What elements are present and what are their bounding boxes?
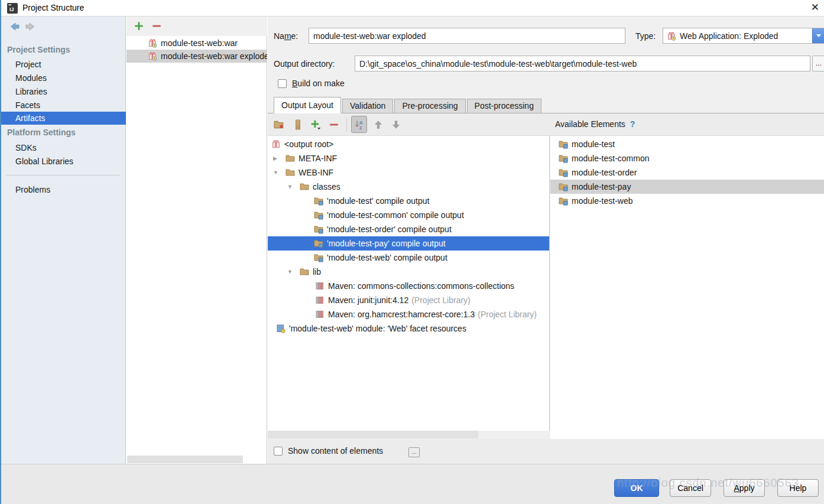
tab-post-processing[interactable]: Post-processing xyxy=(467,99,541,113)
sidebar-item-artifacts[interactable]: Artifacts xyxy=(1,112,126,125)
expanded-icon[interactable]: ▼ xyxy=(286,269,300,275)
sidebar-header-project-settings: Project Settings xyxy=(7,45,70,54)
sidebar-item-problems[interactable]: Problems xyxy=(1,183,126,196)
toolbar-separator xyxy=(346,118,347,132)
folder-icon xyxy=(286,154,295,163)
tree-row-web-inf[interactable]: ▼ WEB-INF xyxy=(268,165,549,180)
library-icon xyxy=(315,310,325,319)
sidebar-item-modules[interactable]: Modules xyxy=(1,71,126,84)
expanded-icon[interactable]: ▼ xyxy=(286,184,300,190)
sidebar-header-platform-settings: Platform Settings xyxy=(7,128,76,137)
available-element-selected[interactable]: module-test-pay xyxy=(550,180,824,194)
show-content-label: Show content of elements xyxy=(288,446,383,456)
tree-row-compile-output[interactable]: 'module-test-common' compile output xyxy=(268,208,549,222)
tree-row-classes[interactable]: ▼ classes xyxy=(268,180,549,194)
artifact-editor: Name: Type: Web Application: Exploded Ou… xyxy=(268,17,824,464)
sidebar-item-libraries[interactable]: Libraries xyxy=(1,85,126,98)
show-content-checkbox[interactable] xyxy=(274,447,283,456)
sort-alphabetically-button[interactable] xyxy=(351,116,367,133)
module-icon xyxy=(559,154,568,163)
sidebar-item-sdks[interactable]: SDKs xyxy=(1,141,126,154)
artifact-icon xyxy=(148,38,157,48)
new-archive-icon[interactable] xyxy=(293,119,303,130)
ok-button[interactable]: OK xyxy=(614,479,659,497)
output-directory-label: Output directory: xyxy=(274,59,335,69)
remove-element-icon[interactable] xyxy=(329,119,339,130)
artifact-icon xyxy=(271,139,281,149)
build-on-make-label: Build on make xyxy=(292,79,345,88)
artifacts-horizontal-scrollbar[interactable] xyxy=(127,456,243,463)
add-artifact-icon[interactable] xyxy=(134,21,144,31)
browse-button[interactable]: ... xyxy=(812,56,824,71)
tab-pre-processing[interactable]: Pre-processing xyxy=(394,99,465,113)
available-elements-panel: module-test module-test-common module-te… xyxy=(550,136,824,439)
tree-row-compile-output[interactable]: 'module-test-web' compile output xyxy=(268,251,549,265)
name-input[interactable] xyxy=(309,28,625,44)
chevron-down-icon[interactable] xyxy=(812,28,824,43)
more-options-button[interactable]: ... xyxy=(408,447,420,457)
help-button[interactable]: Help xyxy=(777,479,819,497)
add-element-icon[interactable] xyxy=(310,119,321,130)
module-icon xyxy=(314,239,323,248)
available-element[interactable]: module-test xyxy=(550,137,824,151)
tab-validation[interactable]: Validation xyxy=(342,99,393,113)
tree-row-maven-library[interactable]: Maven: org.hamcrest:hamcrest-core:1.3 (P… xyxy=(268,307,549,321)
collapsed-icon[interactable]: ▶ xyxy=(271,155,286,161)
name-label: Name: xyxy=(274,31,298,41)
back-arrow-icon[interactable] xyxy=(9,22,20,31)
sidebar-item-project[interactable]: Project xyxy=(1,58,126,71)
dialog-footer: OK Cancel Apply Help xyxy=(1,464,824,504)
artifact-list-item-selected[interactable]: module-test-web:war exploded xyxy=(126,50,267,63)
close-icon[interactable]: ✕ xyxy=(811,2,819,14)
title-bar: IJ Project Structure ✕ xyxy=(1,0,824,17)
move-down-icon[interactable] xyxy=(391,119,401,130)
layout-toolbar: Available Elements? xyxy=(268,113,824,136)
type-combobox[interactable]: Web Application: Exploded xyxy=(663,28,824,44)
module-icon xyxy=(559,182,568,191)
tree-row-compile-output-selected[interactable]: 'module-test-pay' compile output xyxy=(268,236,549,251)
artifact-icon xyxy=(148,51,157,61)
new-directory-icon[interactable] xyxy=(274,119,284,130)
dialog-title: Project Structure xyxy=(22,3,84,12)
tree-row-maven-library[interactable]: Maven: junit:junit:4.12 (Project Library… xyxy=(268,293,549,307)
tree-row-compile-output[interactable]: 'module-test' compile output xyxy=(268,194,549,208)
remove-artifact-icon[interactable] xyxy=(151,21,162,31)
cancel-button[interactable]: Cancel xyxy=(670,479,711,497)
module-icon xyxy=(559,139,568,149)
tab-output-layout[interactable]: Output Layout xyxy=(274,97,341,113)
tree-row-meta-inf[interactable]: ▶ META-INF xyxy=(268,151,549,165)
artifact-list-item[interactable]: module-test-web:war xyxy=(126,37,267,50)
tree-horizontal-scrollbar[interactable] xyxy=(268,431,478,438)
artifacts-list-panel: module-test-web:war module-test-web:war … xyxy=(126,17,267,464)
sidebar-item-facets[interactable]: Facets xyxy=(1,99,126,112)
expanded-icon[interactable]: ▼ xyxy=(271,170,286,175)
settings-sidebar: Project Settings Project Modules Librari… xyxy=(1,17,126,464)
tree-row-compile-output[interactable]: 'module-test-order' compile output xyxy=(268,222,549,236)
apply-button[interactable]: Apply xyxy=(724,479,765,497)
sort-az-icon xyxy=(354,119,365,130)
available-element[interactable]: module-test-order xyxy=(550,165,824,180)
build-on-make-checkbox[interactable] xyxy=(278,79,287,88)
module-icon xyxy=(314,210,323,220)
module-icon xyxy=(559,168,568,177)
available-element[interactable]: module-test-common xyxy=(550,151,824,165)
tree-row-facet-resources[interactable]: 'module-test-web' module: 'Web' facet re… xyxy=(268,321,549,336)
module-icon xyxy=(314,253,323,262)
help-icon[interactable]: ? xyxy=(630,119,635,129)
forward-arrow-icon[interactable] xyxy=(25,22,35,31)
move-up-icon[interactable] xyxy=(373,119,384,130)
output-directory-input[interactable] xyxy=(355,56,810,71)
folder-icon xyxy=(300,267,309,277)
module-icon xyxy=(314,225,323,234)
output-layout-tree: <output root> ▶ META-INF ▼ WEB-INF ▼ cla… xyxy=(268,136,550,431)
show-content-row: Show content of elements ... xyxy=(268,439,824,464)
svg-text:IJ: IJ xyxy=(9,6,14,12)
tree-row-output-root[interactable]: <output root> xyxy=(268,137,549,151)
tree-row-maven-library[interactable]: Maven: commons-collections:commons-colle… xyxy=(268,279,549,293)
tree-row-lib[interactable]: ▼ lib xyxy=(268,265,549,279)
available-elements-header: Available Elements? xyxy=(555,119,635,129)
folder-icon xyxy=(300,182,309,191)
sidebar-item-global-libraries[interactable]: Global Libraries xyxy=(1,155,126,168)
intellij-logo-icon: IJ xyxy=(7,3,18,14)
available-element[interactable]: module-test-web xyxy=(550,194,824,208)
